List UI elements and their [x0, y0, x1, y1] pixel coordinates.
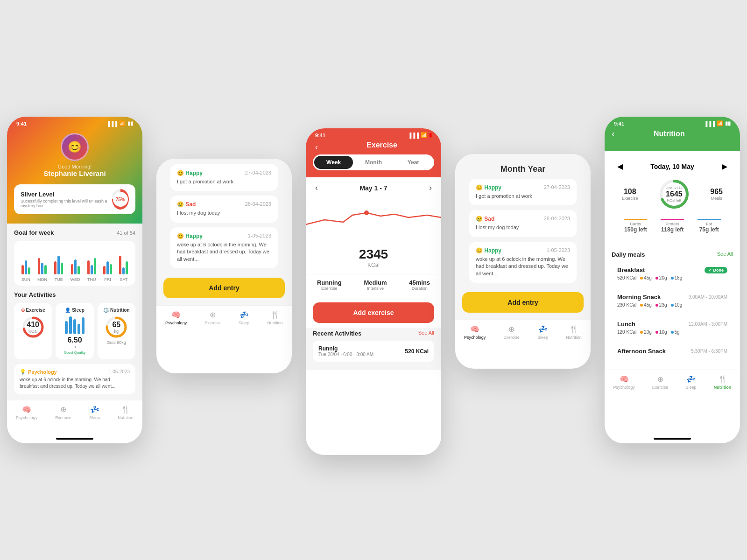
nutrition-back-button[interactable]: ‹: [612, 128, 615, 139]
add-exercise-button[interactable]: Add exercise: [313, 302, 434, 323]
exercise-status-bar: 9:41 ▐▐▐ 📶 ▮: [306, 128, 441, 140]
see-all-button[interactable]: See All: [418, 330, 434, 337]
breakfast-fat: 18g: [671, 275, 683, 280]
nav-exercise-4[interactable]: ⊕ Exercise: [503, 325, 520, 340]
nav-sleep-4[interactable]: 💤 Sleep: [537, 325, 548, 340]
nav-psychology[interactable]: 🧠 Psychology: [16, 405, 37, 420]
recent-cal-1: 520 KCal: [405, 348, 429, 355]
macro-protein: Protein 118g left: [661, 217, 684, 233]
nav-exercise-label-2: Exercise: [204, 321, 221, 325]
nav-nutrition-2[interactable]: 🍴 Nutrition: [267, 310, 283, 325]
exercise-stats: Running Exercise Medium Intensive 45mins…: [306, 274, 441, 298]
nav-psychology-label-5: Psychology: [613, 385, 635, 390]
prev-day-button[interactable]: ◀: [617, 162, 623, 171]
activity-exercise: ⊕ Exercise 410 KCal: [14, 303, 52, 359]
phone-psychology: 😊 Happy 27-04-2023 I got a promotion at …: [156, 159, 292, 373]
activity-sleep: 👤 Sleep 6.50 h Good Quality: [56, 303, 93, 359]
nutrition-title: Nutrition: [654, 130, 685, 138]
nav-nutrition-label-2: Nutrition: [267, 321, 283, 325]
nav-exercise-2[interactable]: ⊕ Exercise: [204, 310, 221, 325]
running-label: Running: [317, 279, 342, 286]
add-entry-button-2[interactable]: Add entry: [462, 292, 584, 313]
weekly-chart: SUN MON: [14, 241, 135, 286]
nav-nutrition-icon: 🍴: [121, 405, 130, 414]
month-year-display: Month Year: [455, 160, 591, 179]
breakfast-carbs: 45g: [640, 275, 652, 280]
nav-psychology-label-4: Psychology: [464, 335, 486, 340]
user-name: Stephanie Liverani: [43, 169, 106, 177]
add-entry-button[interactable]: Add entry: [163, 278, 285, 298]
meal-lunch: Lunch 12:00AM - 3:00PM 120 KCal 20g 10g …: [612, 316, 733, 339]
bottom-nav-4: 🧠 Psychology ⊕ Exercise 💤 Sleep 🍴 Nutrit…: [455, 320, 591, 343]
nav-exercise-5[interactable]: ⊕ Exercise: [652, 375, 669, 390]
prev-week-button[interactable]: ‹: [315, 183, 318, 193]
exercise-back-button[interactable]: ‹: [308, 140, 325, 154]
nav-exercise[interactable]: ⊕ Exercise: [55, 405, 71, 420]
battery-icon-3: ▮: [429, 132, 432, 138]
dashboard-header: 9:41 ▐▐▐ 📶 ▮▮ 😊 Good Morning! Stephanie …: [7, 117, 142, 224]
status-bar: 9:41 ▐▐▐ 📶 ▮▮: [7, 117, 142, 128]
calories-value: 2345: [306, 247, 441, 262]
phone-nutrition: 9:41 ▐▐▐ 📶 ▮▮ ‹ Nutrition ◀ Today, 10 Ma…: [605, 117, 740, 443]
nutrition-status-bar: 9:41 ▐▐▐ 📶 ▮▮: [605, 117, 740, 128]
nav-nutrition-label: Nutrition: [118, 415, 134, 420]
chart-day-mon: MON: [37, 246, 47, 282]
nav-sleep-icon: 💤: [90, 405, 99, 414]
p4-text-2: I lost my dog today: [476, 224, 570, 231]
nav-psychology-5[interactable]: 🧠 Psychology: [613, 375, 635, 390]
nav-sleep-icon-5: 💤: [686, 375, 696, 384]
sleep-bars: [59, 315, 90, 334]
nav-nutrition[interactable]: 🍴 Nutrition: [118, 405, 134, 420]
nav-nutrition-5[interactable]: 🍴 Nutrition: [714, 375, 732, 390]
journal-entry-2: 😢 Sad 28-04-2023 I lost my dog today: [170, 196, 278, 222]
exercise-label: ⊕ Exercise: [18, 308, 48, 313]
snack-protein: 23g: [655, 302, 667, 308]
calories-unit: KCal: [306, 262, 441, 268]
bar-red: [87, 260, 90, 274]
bar-blue: [74, 259, 77, 274]
p4-mood-1: 😊 Happy: [476, 184, 501, 191]
tab-month[interactable]: Month: [354, 156, 393, 169]
journal-entry-1: 😊 Happy 27-04-2023 I got a promotion at …: [170, 164, 278, 191]
exercise-date-nav: ‹ May 1 - 7 ›: [306, 177, 441, 196]
mood-happy-1: 😊 Happy: [177, 170, 203, 176]
nav-sleep-5[interactable]: 💤 Sleep: [686, 375, 697, 390]
exercise-status-icons: ▐▐▐ 📶 ▮: [408, 132, 432, 138]
nav-sleep[interactable]: 💤 Sleep: [89, 405, 100, 420]
breakfast-kcal: 520 KCal: [617, 275, 636, 280]
nav-psychology-2[interactable]: 🧠 Psychology: [165, 310, 187, 325]
nav-exercise-label-5: Exercise: [652, 385, 669, 390]
nav-psych-4[interactable]: 🧠 Psychology: [464, 325, 486, 340]
stat-medium: Medium Intensive: [364, 279, 387, 291]
p4-date-3: 1-05-2023: [547, 247, 570, 254]
see-all-meals-button[interactable]: See All: [717, 251, 733, 258]
avatar: 😊: [61, 133, 89, 161]
sleep-bar: [69, 316, 72, 334]
exercise-chart: [306, 196, 441, 243]
chart-days: SUN MON: [18, 246, 132, 282]
phone-dashboard: 9:41 ▐▐▐ 📶 ▮▮ 😊 Good Morning! Stephanie …: [7, 117, 142, 443]
day-label: WED: [70, 277, 80, 282]
bar-green: [126, 261, 128, 274]
meals-section: Daily meals See All Breakfast ✓ Done 520…: [605, 246, 740, 370]
chart-day-wed: WED: [70, 246, 80, 282]
next-day-button[interactable]: ▶: [722, 162, 727, 171]
nav-nutrition-icon-4: 🍴: [569, 325, 578, 334]
tab-week[interactable]: Week: [314, 156, 353, 169]
calories-display: 2345 KCal: [306, 243, 441, 274]
goal-week-count: 41 of 54: [117, 230, 135, 236]
activities-grid: ⊕ Exercise 410 KCal: [14, 303, 135, 359]
nav-sleep-2[interactable]: 💤 Sleep: [239, 310, 249, 325]
nutrition-overview-card: ◀ Today, 10 May ▶ 108 Exercise: [612, 156, 733, 241]
nav-nutrition-4[interactable]: 🍴 Nutrition: [566, 325, 582, 340]
next-week-button[interactable]: ›: [429, 183, 432, 193]
exercise-value: 410: [27, 321, 39, 329]
breakfast-header: Breakfast ✓ Done: [617, 266, 727, 273]
breakfast-macros: 520 KCal 45g 20g 18g: [617, 275, 727, 280]
nav-exercise-icon-2: ⊕: [210, 310, 216, 319]
bar-blue: [106, 261, 109, 274]
p4-entry-3: 😊 Happy 1-05-2023 woke up at 6 oclock in…: [469, 242, 577, 283]
meal-afternoon-snack: Afternoon Snack 5:30PM - 6:30PM: [612, 343, 733, 361]
tab-year[interactable]: Year: [394, 156, 433, 169]
nav-sleep-icon-2: 💤: [240, 310, 249, 319]
